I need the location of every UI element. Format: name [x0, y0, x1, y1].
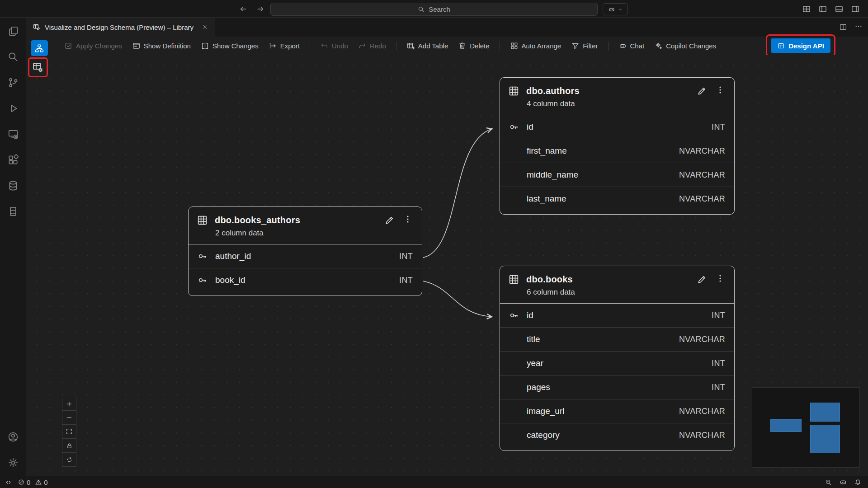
column-row[interactable]: book_id INT	[189, 268, 422, 292]
entity-card-authors[interactable]: dbo.authors 4 column data id INT first_n…	[500, 77, 735, 215]
export-button[interactable]: Export	[269, 42, 300, 50]
table-name: dbo.books	[526, 274, 573, 285]
annotation-box-design-api: Design API	[766, 34, 835, 57]
run-debug-icon[interactable]	[7, 103, 19, 114]
entity-card-books-authors[interactable]: dbo.books_authors 2 column data author_i…	[188, 206, 422, 296]
zoom-in-button[interactable]	[62, 397, 76, 411]
column-count-label: 6 column data	[500, 288, 734, 303]
column-icon-spacer	[508, 429, 520, 441]
warnings-count: 0	[44, 479, 47, 486]
refresh-layout-button[interactable]	[62, 453, 76, 467]
delete-button[interactable]: Delete	[458, 42, 489, 50]
table-grid-icon	[508, 85, 519, 97]
auto-arrange-button[interactable]: Auto Arrange	[510, 42, 561, 50]
column-row[interactable]: id INT	[500, 115, 734, 139]
warnings-icon	[35, 479, 42, 486]
fit-to-screen-button[interactable]	[62, 425, 76, 439]
status-bar: 0 0	[0, 476, 868, 488]
table-grid-icon	[197, 215, 208, 226]
column-icon-spacer	[508, 333, 520, 345]
column-row[interactable]: year INT	[500, 351, 734, 375]
layout-grid-icon[interactable]	[802, 5, 811, 14]
settings-gear-icon[interactable]	[7, 457, 19, 469]
undo-button[interactable]: Undo	[320, 42, 348, 50]
toolbar-separator	[500, 42, 500, 51]
source-control-icon[interactable]	[7, 77, 19, 89]
toggle-sidebar-right-icon[interactable]	[851, 5, 860, 14]
entity-card-books[interactable]: dbo.books 6 column data id INT title NVA…	[500, 266, 735, 451]
copilot-changes-button[interactable]: Copilot Changes	[654, 42, 716, 50]
column-row[interactable]: middle_name NVARCHAR	[500, 163, 734, 187]
title-bar: Search	[0, 0, 868, 18]
design-api-button[interactable]: Design API	[771, 38, 830, 53]
zoom-out-button[interactable]	[62, 411, 76, 425]
annotation-box-table-definition	[28, 57, 48, 77]
minimap[interactable]	[752, 387, 860, 468]
designer-left-tools	[28, 40, 52, 77]
tab-bar: Visualize and Design Schema (Preview) – …	[26, 18, 868, 37]
table-designer-view-icon[interactable]	[7, 206, 19, 217]
column-row[interactable]: image_url NVARCHAR	[500, 399, 734, 423]
notifications-bell-icon[interactable]	[854, 479, 862, 486]
copilot-control[interactable]	[603, 3, 628, 15]
chevron-down-icon	[618, 7, 623, 12]
remote-explorer-icon[interactable]	[7, 128, 19, 140]
table-menu-kebab-icon[interactable]	[403, 214, 413, 226]
column-count-label: 2 column data	[189, 229, 422, 244]
apply-changes-button[interactable]: Apply Changes	[64, 42, 122, 50]
account-icon[interactable]	[7, 431, 19, 443]
minimap-node-authors	[810, 403, 840, 422]
table-menu-kebab-icon[interactable]	[715, 273, 725, 285]
schema-canvas[interactable]	[26, 55, 868, 476]
explorer-icon[interactable]	[7, 25, 19, 37]
column-icon-spacer	[508, 357, 520, 369]
column-row[interactable]: category NVARCHAR	[500, 423, 734, 447]
edit-table-icon[interactable]	[697, 86, 707, 96]
remote-indicator-icon[interactable]	[5, 479, 12, 486]
tab-label: Visualize and Design Schema (Preview) – …	[45, 23, 193, 31]
column-row[interactable]: pages INT	[500, 375, 734, 399]
primary-key-icon	[197, 250, 208, 262]
show-changes-button[interactable]: Show Changes	[201, 42, 259, 50]
editor-zoom-icon[interactable]	[825, 479, 832, 486]
toggle-panel-icon[interactable]	[835, 5, 844, 14]
copilot-status-icon[interactable]	[839, 478, 847, 486]
column-row[interactable]: author_id INT	[189, 244, 422, 268]
errors-count: 0	[27, 479, 30, 486]
zoom-controls	[62, 397, 76, 467]
filter-button[interactable]: Filter	[571, 42, 598, 50]
schema-toolbar: Apply Changes Show Definition Show Chang…	[26, 37, 868, 55]
column-icon-spacer	[508, 169, 520, 181]
tab-schema-designer[interactable]: Visualize and Design Schema (Preview) – …	[26, 18, 215, 37]
edit-table-icon[interactable]	[384, 215, 395, 225]
edit-table-icon[interactable]	[697, 274, 707, 285]
column-icon-spacer	[508, 405, 520, 417]
column-icon-spacer	[508, 145, 520, 157]
more-actions-icon[interactable]	[854, 22, 863, 32]
extensions-icon[interactable]	[7, 154, 19, 166]
search-input[interactable]: Search	[270, 3, 598, 16]
redo-button[interactable]: Redo	[358, 42, 386, 50]
column-row[interactable]: last_name NVARCHAR	[500, 187, 734, 211]
chat-button[interactable]: Chat	[618, 42, 645, 50]
column-row[interactable]: title NVARCHAR	[500, 327, 734, 351]
search-view-icon[interactable]	[7, 51, 19, 63]
split-editor-icon[interactable]	[839, 23, 847, 31]
toolbar-separator	[310, 42, 310, 51]
forward-icon[interactable]	[256, 5, 265, 14]
primary-key-icon	[508, 310, 520, 321]
close-tab-icon[interactable]	[202, 24, 208, 30]
lock-canvas-button[interactable]	[62, 439, 76, 453]
table-menu-kebab-icon[interactable]	[715, 85, 725, 97]
back-icon[interactable]	[239, 5, 248, 14]
column-row[interactable]: id INT	[500, 304, 734, 327]
database-icon[interactable]	[7, 180, 19, 192]
column-row[interactable]: first_name NVARCHAR	[500, 139, 734, 163]
column-icon-spacer	[508, 381, 520, 393]
schema-diagram-view-button[interactable]	[31, 40, 48, 56]
problems-indicator[interactable]: 0 0	[18, 479, 48, 486]
add-table-button[interactable]: Add Table	[406, 42, 448, 50]
show-definition-button[interactable]: Show Definition	[132, 42, 191, 50]
toggle-sidebar-left-icon[interactable]	[818, 5, 827, 14]
table-definition-button[interactable]	[32, 61, 44, 74]
